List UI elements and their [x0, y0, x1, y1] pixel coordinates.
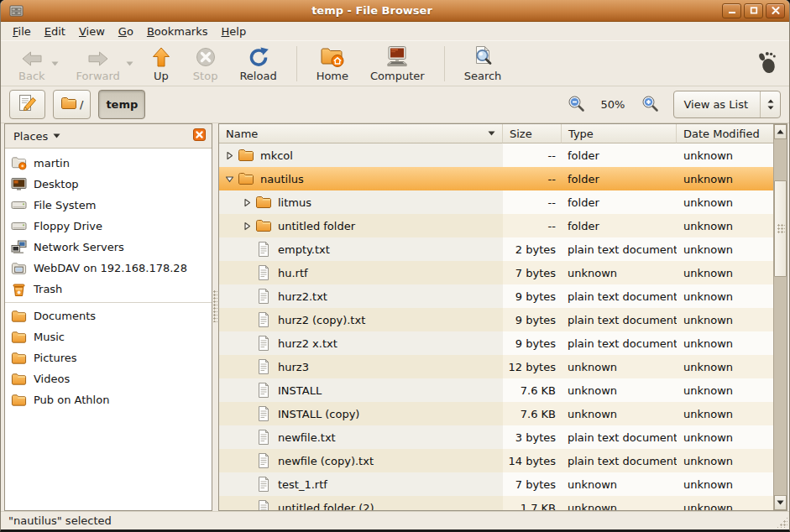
maximize-button[interactable]: [744, 3, 763, 18]
sidebar-item-videos[interactable]: Videos: [5, 368, 212, 389]
scroll-down-button[interactable]: [774, 495, 787, 510]
file-browser-window: temp - File Browser FileEditViewGoBookma…: [0, 0, 790, 532]
pane-splitter[interactable]: [212, 123, 218, 511]
sidebar-item-martin[interactable]: martin: [5, 153, 212, 174]
up-button[interactable]: Up: [140, 44, 182, 84]
menu-edit[interactable]: Edit: [38, 23, 72, 39]
back-dropdown-button[interactable]: [50, 44, 60, 84]
menubar: FileEditViewGoBookmarksHelp: [1, 22, 789, 40]
file-type: plain text document: [562, 284, 677, 308]
search-button[interactable]: Search: [453, 44, 513, 84]
file-row[interactable]: newfile.txt 3 bytes plain text document …: [219, 425, 773, 449]
file-type: plain text document: [562, 308, 677, 331]
expander-expanded-icon[interactable]: [222, 175, 237, 184]
trash-icon: [11, 282, 27, 297]
file-row[interactable]: mkcol -- folder unknown: [219, 143, 773, 167]
menu-file[interactable]: File: [6, 23, 38, 39]
file-row[interactable]: INSTALL (copy) 7.6 KB unknown unknown: [219, 402, 773, 425]
close-icon[interactable]: [193, 128, 206, 143]
column-header-name[interactable]: Name: [219, 124, 503, 143]
file-row[interactable]: untitled folder -- folder unknown: [219, 214, 773, 237]
sidebar-item-pictures[interactable]: Pictures: [5, 347, 212, 368]
menu-view[interactable]: View: [72, 23, 112, 39]
root-path-button[interactable]: /: [53, 90, 91, 119]
drive-icon: [11, 220, 27, 232]
file-row[interactable]: hurz2.txt 9 bytes plain text document un…: [219, 284, 773, 308]
sidebar-item-webdav-on-192-168-178-28[interactable]: WebDAV on 192.168.178.28: [5, 258, 212, 279]
file-type: unknown: [562, 378, 677, 402]
toolbar-button-label: Search: [464, 70, 502, 82]
toolbar-separator: [296, 46, 297, 81]
expander-collapsed-icon[interactable]: [222, 151, 237, 160]
file-date-modified: unknown: [677, 331, 773, 355]
column-header-type[interactable]: Type: [562, 124, 677, 143]
menu-help[interactable]: Help: [215, 23, 254, 39]
sidebar-item-trash[interactable]: Trash: [5, 279, 212, 300]
file-row[interactable]: litmus -- folder unknown: [219, 190, 773, 214]
file-row[interactable]: newfile (copy).txt 14 bytes plain text d…: [219, 449, 773, 472]
sidebar-item-music[interactable]: Music: [5, 326, 212, 347]
file-row[interactable]: test_1.rtf 7 bytes unknown unknown: [219, 472, 773, 496]
forward-dropdown-button[interactable]: [124, 44, 135, 84]
folder-icon: [11, 394, 27, 407]
place-label: Videos: [34, 373, 70, 385]
file-row[interactable]: nautilus -- folder unknown: [219, 167, 773, 190]
minimize-icon: [728, 7, 736, 14]
expander-collapsed-icon[interactable]: [240, 198, 254, 207]
file-row[interactable]: hu.rtf 7 bytes unknown unknown: [219, 261, 773, 284]
location-bar: / temp 50% View as List: [1, 86, 789, 123]
reload-button[interactable]: Reload: [228, 44, 287, 84]
file-type: folder: [562, 214, 677, 237]
text-file-icon: [254, 429, 273, 446]
file-row[interactable]: hurz2 (copy).txt 9 bytes plain text docu…: [219, 308, 773, 331]
expander-collapsed-icon[interactable]: [240, 222, 254, 231]
combo-spinner-icon[interactable]: [760, 91, 780, 117]
home-folder-emblem-icon: [11, 156, 27, 170]
places-selector[interactable]: Places: [13, 130, 48, 143]
file-date-modified: unknown: [677, 261, 773, 284]
file-date-modified: unknown: [677, 167, 773, 190]
column-header-size[interactable]: Size: [503, 124, 562, 143]
resize-grip[interactable]: [777, 517, 787, 528]
sidebar-item-file-system[interactable]: File System: [5, 195, 212, 216]
file-date-modified: unknown: [677, 355, 773, 378]
vertical-scrollbar[interactable]: [773, 124, 787, 510]
file-type: folder: [562, 167, 677, 190]
home-button[interactable]: Home: [306, 44, 359, 84]
toolbar-separator: [444, 46, 445, 81]
titlebar[interactable]: temp - File Browser: [1, 0, 789, 22]
path-button-temp[interactable]: temp: [98, 90, 145, 119]
zoom-out-button[interactable]: [565, 94, 587, 115]
folder-icon: [254, 196, 273, 209]
column-header-date[interactable]: Date Modified: [677, 124, 773, 143]
file-row[interactable]: untitled folder (2) 1.7 KB unknown unkno…: [219, 496, 773, 510]
sidebar-item-floppy-drive[interactable]: Floppy Drive: [5, 216, 212, 237]
menu-bookmarks[interactable]: Bookmarks: [140, 23, 215, 39]
file-type: folder: [562, 143, 677, 167]
zoom-in-button[interactable]: [639, 94, 661, 115]
folder-icon: [237, 149, 255, 162]
view-as-select[interactable]: View as List: [673, 91, 781, 118]
minimize-button[interactable]: [722, 3, 741, 18]
scrollbar-thumb[interactable]: [774, 180, 787, 277]
arrow-right-icon: [86, 45, 110, 68]
file-row[interactable]: empty.txt 2 bytes plain text document un…: [219, 237, 773, 261]
file-row[interactable]: hurz3 12 bytes unknown unknown: [219, 355, 773, 378]
sidebar-item-pub-on-athlon[interactable]: Pub on Athlon: [5, 389, 212, 410]
status-text: "nautilus" selected: [8, 514, 112, 527]
file-row[interactable]: INSTALL 7.6 KB unknown unknown: [219, 378, 773, 402]
close-icon: [772, 7, 780, 14]
file-size: --: [503, 190, 562, 214]
menu-go[interactable]: Go: [112, 23, 140, 39]
sidebar-item-network-servers[interactable]: Network Servers: [5, 237, 212, 258]
close-button[interactable]: [766, 3, 785, 18]
zoom-out-icon: [567, 94, 585, 115]
file-date-modified: unknown: [677, 214, 773, 237]
sidebar-item-desktop[interactable]: Desktop: [5, 174, 212, 195]
edit-location-button[interactable]: [9, 90, 45, 119]
scroll-up-button[interactable]: [774, 124, 787, 139]
folder-icon: [11, 331, 27, 344]
computer-button[interactable]: Computer: [359, 44, 436, 84]
file-row[interactable]: hurz2 x.txt 9 bytes plain text document …: [219, 331, 773, 355]
sidebar-item-documents[interactable]: Documents: [5, 305, 212, 326]
